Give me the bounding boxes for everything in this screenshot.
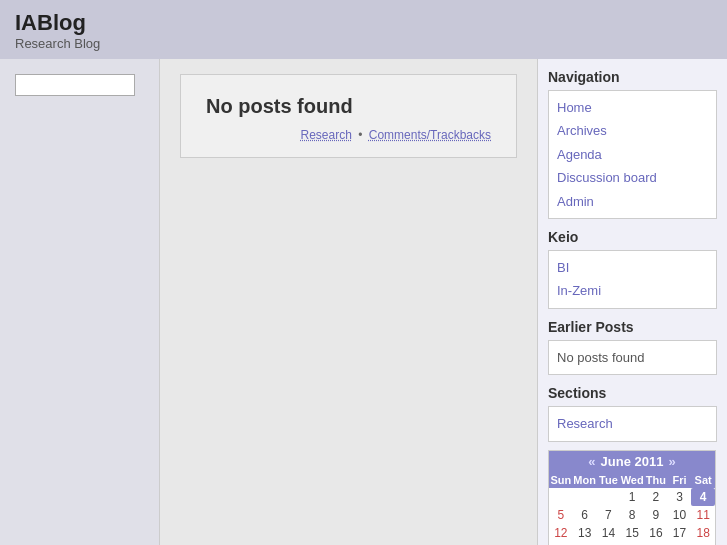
no-posts-heading: No posts found [206, 95, 491, 118]
earlier-posts-text: No posts found [557, 350, 644, 365]
no-posts-box: No posts found Research • Comments/Track… [180, 74, 517, 158]
research-link[interactable]: Research [301, 128, 352, 142]
cal-day-header-fri: Fri [668, 472, 692, 488]
cal-week-0: 1234 [549, 488, 715, 506]
cal-day-1[interactable]: 1 [620, 488, 644, 506]
nav-archives[interactable]: Archives [557, 119, 708, 142]
calendar-body: 1234567891011121314151617181920212223242… [549, 488, 715, 545]
calendar-grid: SunMonTueWedThuFriSat 123456789101112131… [549, 472, 715, 545]
cal-day-13[interactable]: 13 [573, 524, 597, 542]
search-input[interactable] [15, 74, 135, 96]
cal-day-header-thu: Thu [644, 472, 668, 488]
main-content: No posts found Research • Comments/Track… [160, 59, 537, 545]
cal-day-empty [573, 488, 597, 506]
cal-day-4[interactable]: 4 [691, 488, 715, 506]
calendar: « June 2011 » SunMonTueWedThuFriSat 1234… [548, 450, 716, 545]
right-sidebar: Navigation Home Archives Agenda Discussi… [537, 59, 727, 545]
calendar-days-header: SunMonTueWedThuFriSat [549, 472, 715, 488]
cal-day-11[interactable]: 11 [691, 506, 715, 524]
cal-day-empty [549, 488, 573, 506]
cal-day-23[interactable]: 23 [644, 542, 668, 545]
cal-day-18[interactable]: 18 [691, 524, 715, 542]
cal-day-15[interactable]: 15 [620, 524, 644, 542]
cal-day-5[interactable]: 5 [549, 506, 573, 524]
cal-week-3: 19202122232425 [549, 542, 715, 545]
cal-day-22[interactable]: 22 [620, 542, 644, 545]
cal-day-19[interactable]: 19 [549, 542, 573, 545]
cal-day-header-sun: Sun [549, 472, 573, 488]
cal-day-empty [597, 488, 621, 506]
post-links: Research • Comments/Trackbacks [206, 128, 491, 142]
calendar-header: « June 2011 » [549, 451, 715, 472]
cal-day-25[interactable]: 25 [691, 542, 715, 545]
earlier-posts-box: No posts found [548, 340, 717, 375]
cal-day-2[interactable]: 2 [644, 488, 668, 506]
cal-day-21[interactable]: 21 [597, 542, 621, 545]
page-header: IABlog Research Blog [0, 0, 727, 59]
cal-day-header-sat: Sat [691, 472, 715, 488]
nav-admin[interactable]: Admin [557, 190, 708, 213]
nav-discussion-board[interactable]: Discussion board [557, 166, 708, 189]
nav-agenda[interactable]: Agenda [557, 143, 708, 166]
cal-week-1: 567891011 [549, 506, 715, 524]
cal-day-6[interactable]: 6 [573, 506, 597, 524]
cal-day-header-mon: Mon [573, 472, 597, 488]
cal-day-9[interactable]: 9 [644, 506, 668, 524]
keio-bi[interactable]: BI [557, 256, 708, 279]
cal-day-14[interactable]: 14 [597, 524, 621, 542]
cal-day-16[interactable]: 16 [644, 524, 668, 542]
nav-home[interactable]: Home [557, 96, 708, 119]
calendar-next[interactable]: » [668, 454, 675, 469]
comments-trackbacks-link[interactable]: Comments/Trackbacks [369, 128, 491, 142]
cal-day-17[interactable]: 17 [668, 524, 692, 542]
cal-day-12[interactable]: 12 [549, 524, 573, 542]
cal-day-header-tue: Tue [597, 472, 621, 488]
link-separator: • [358, 128, 362, 142]
main-layout: No posts found Research • Comments/Track… [0, 59, 727, 545]
earlier-posts-title: Earlier Posts [548, 319, 717, 335]
calendar-prev[interactable]: « [588, 454, 595, 469]
section-research[interactable]: Research [557, 412, 708, 435]
keio-section-title: Keio [548, 229, 717, 245]
cal-day-10[interactable]: 10 [668, 506, 692, 524]
left-sidebar [0, 59, 160, 545]
calendar-month-label: June 2011 [601, 454, 664, 469]
cal-week-2: 12131415161718 [549, 524, 715, 542]
site-subtitle: Research Blog [15, 36, 712, 51]
cal-day-24[interactable]: 24 [668, 542, 692, 545]
nav-box: Home Archives Agenda Discussion board Ad… [548, 90, 717, 219]
cal-day-header-wed: Wed [620, 472, 644, 488]
keio-box: BI In-Zemi [548, 250, 717, 309]
cal-day-3[interactable]: 3 [668, 488, 692, 506]
nav-section-title: Navigation [548, 69, 717, 85]
sections-title: Sections [548, 385, 717, 401]
sections-box: Research [548, 406, 717, 441]
site-title: IABlog [15, 10, 712, 36]
keio-inzemi[interactable]: In-Zemi [557, 279, 708, 302]
cal-day-7[interactable]: 7 [597, 506, 621, 524]
cal-day-20[interactable]: 20 [573, 542, 597, 545]
cal-day-8[interactable]: 8 [620, 506, 644, 524]
